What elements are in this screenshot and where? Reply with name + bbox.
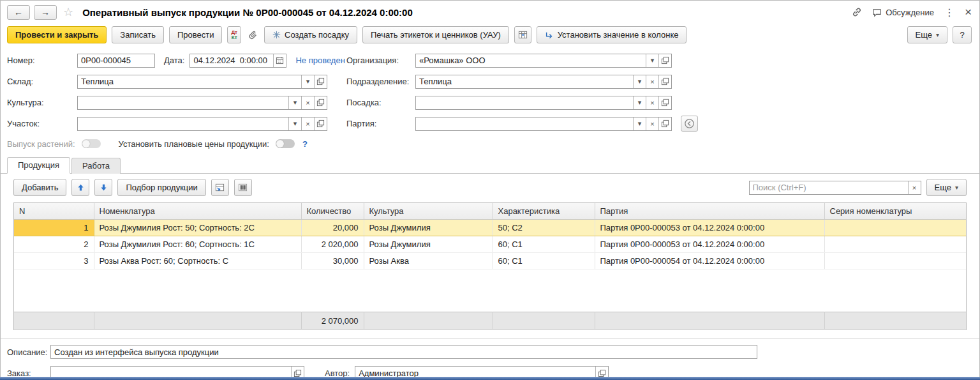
clear-icon[interactable]: × <box>646 75 658 88</box>
post-button[interactable]: Провести <box>169 26 223 43</box>
set-column-value-button[interactable]: Установить значение в колонке <box>537 26 687 43</box>
back-circle-button[interactable] <box>681 116 698 132</box>
cell-culture[interactable]: Розы Аква <box>364 253 493 270</box>
planting-field[interactable]: ▾ × <box>415 96 672 110</box>
more-button[interactable]: Еще ▾ <box>907 26 947 43</box>
attachments-button[interactable] <box>246 29 259 42</box>
cell-nomenclature[interactable]: Розы Аква Рост: 60; Сортность: С <box>94 253 301 270</box>
tab-work[interactable]: Работа <box>71 158 121 174</box>
cell-quantity[interactable]: 30,000 <box>301 253 364 270</box>
plot-input[interactable] <box>78 118 288 130</box>
write-button[interactable]: Записать <box>112 26 164 43</box>
description-input[interactable] <box>51 346 757 358</box>
table-columns-button[interactable] <box>514 26 531 43</box>
pick-products-button[interactable]: Подбор продукции <box>117 179 205 196</box>
cell-batch[interactable]: Партия 0Р00-000053 от 04.12.2024 0:00:00 <box>595 220 824 236</box>
get-link-icon[interactable] <box>852 7 862 17</box>
post-and-close-button[interactable]: Провести и закрыть <box>7 26 107 43</box>
search-input[interactable] <box>750 181 908 194</box>
clear-icon[interactable]: × <box>301 118 314 130</box>
move-up-button[interactable] <box>71 179 89 196</box>
table-row[interactable]: 2 Розы Джумилия Рост: 60; Сортность: 1С … <box>14 236 966 253</box>
dropdown-icon[interactable]: ▾ <box>301 75 314 88</box>
cell-nomenclature[interactable]: Розы Джумилия Рост: 50; Сортность: 2С <box>94 220 301 236</box>
favorite-star-icon[interactable]: ☆ <box>63 5 73 19</box>
column-header-batch[interactable]: Партия <box>595 203 824 220</box>
plants-output-toggle[interactable] <box>82 139 101 148</box>
column-header-quantity[interactable]: Количество <box>301 203 364 220</box>
column-header-series[interactable]: Серия номенклатуры <box>824 203 966 220</box>
organization-input[interactable] <box>416 54 646 67</box>
planting-input[interactable] <box>416 96 633 109</box>
cell-batch[interactable]: Партия 0Р00-000053 от 04.12.2024 0:00:00 <box>595 236 824 253</box>
kebab-menu-icon[interactable]: ⋮ <box>944 6 954 19</box>
open-icon[interactable] <box>314 118 327 130</box>
culture-field[interactable]: ▾ × <box>77 96 327 110</box>
number-field[interactable] <box>77 54 155 68</box>
back-button[interactable]: ← <box>7 5 30 20</box>
planned-prices-toggle[interactable] <box>276 139 295 148</box>
dtkt-button[interactable]: ДтКт <box>227 26 241 43</box>
fill-table-button[interactable] <box>211 179 229 196</box>
cell-n[interactable]: 2 <box>14 236 94 253</box>
cell-series[interactable] <box>824 253 966 270</box>
dropdown-icon[interactable]: ▾ <box>288 96 301 109</box>
open-icon[interactable] <box>658 54 671 67</box>
cell-characteristic[interactable]: 60; С1 <box>493 253 595 270</box>
dropdown-icon[interactable]: ▾ <box>633 75 646 88</box>
organization-field[interactable]: ▾ <box>415 54 672 68</box>
batch-field[interactable]: ▾ × <box>415 117 672 131</box>
clear-icon[interactable]: × <box>646 118 658 130</box>
open-icon[interactable] <box>314 75 327 88</box>
column-header-culture[interactable]: Культура <box>364 203 493 220</box>
table-empty-area[interactable] <box>14 270 966 312</box>
search-field[interactable]: × <box>749 181 921 195</box>
open-icon[interactable] <box>658 75 671 88</box>
dropdown-icon[interactable]: ▾ <box>288 118 301 130</box>
date-input[interactable] <box>190 54 273 67</box>
clear-icon[interactable]: × <box>646 96 658 109</box>
plot-field[interactable]: ▾ × <box>77 117 327 131</box>
cell-quantity[interactable]: 2 020,000 <box>301 236 364 253</box>
cell-n[interactable]: 3 <box>14 253 94 270</box>
table-more-button[interactable]: Еще ▾ <box>926 179 967 196</box>
move-down-button[interactable] <box>94 179 112 196</box>
column-header-nomenclature[interactable]: Номенклатура <box>94 203 301 220</box>
open-icon[interactable] <box>658 118 671 130</box>
status-link[interactable]: Не проведен <box>295 56 345 65</box>
cell-series[interactable] <box>824 236 966 253</box>
discussion-button[interactable]: Обсуждение <box>872 8 934 17</box>
date-field[interactable] <box>189 54 286 68</box>
planned-prices-help-link[interactable]: ? <box>302 139 308 149</box>
print-labels-button[interactable]: Печать этикеток и ценников (УАУ) <box>362 26 509 43</box>
column-header-n[interactable]: N <box>14 203 94 220</box>
cell-characteristic[interactable]: 60; С1 <box>493 236 595 253</box>
dropdown-icon[interactable]: ▾ <box>646 54 658 67</box>
cell-characteristic[interactable]: 50; С2 <box>493 220 595 236</box>
search-clear-icon[interactable]: × <box>908 181 921 194</box>
barcode-scanner-button[interactable] <box>234 179 252 196</box>
warehouse-input[interactable] <box>78 75 301 88</box>
cell-quantity[interactable]: 20,000 <box>301 220 364 236</box>
open-icon[interactable] <box>658 96 671 109</box>
batch-input[interactable] <box>416 118 633 130</box>
clear-icon[interactable]: × <box>301 96 314 109</box>
table-row[interactable]: 3 Розы Аква Рост: 60; Сортность: С 30,00… <box>14 253 966 270</box>
department-input[interactable] <box>416 75 633 88</box>
cell-n[interactable]: 1 <box>14 220 94 236</box>
column-header-characteristic[interactable]: Характеристика <box>493 203 595 220</box>
calendar-icon[interactable] <box>273 54 286 67</box>
description-field[interactable] <box>50 345 757 359</box>
dropdown-icon[interactable]: ▾ <box>633 118 646 130</box>
help-button[interactable]: ? <box>953 26 972 43</box>
cell-series[interactable] <box>824 220 966 236</box>
department-field[interactable]: ▾ × <box>415 75 672 89</box>
close-icon[interactable]: × <box>965 5 972 19</box>
cell-culture[interactable]: Розы Джумилия <box>364 236 493 253</box>
cell-batch[interactable]: Партия 0Р00-000054 от 04.12.2024 0:00:00 <box>595 253 824 270</box>
table-row[interactable]: 1 Розы Джумилия Рост: 50; Сортность: 2С … <box>14 220 966 236</box>
tab-products[interactable]: Продукция <box>7 157 70 174</box>
warehouse-field[interactable]: ▾ <box>77 75 327 89</box>
dropdown-icon[interactable]: ▾ <box>633 96 646 109</box>
culture-input[interactable] <box>78 96 288 109</box>
